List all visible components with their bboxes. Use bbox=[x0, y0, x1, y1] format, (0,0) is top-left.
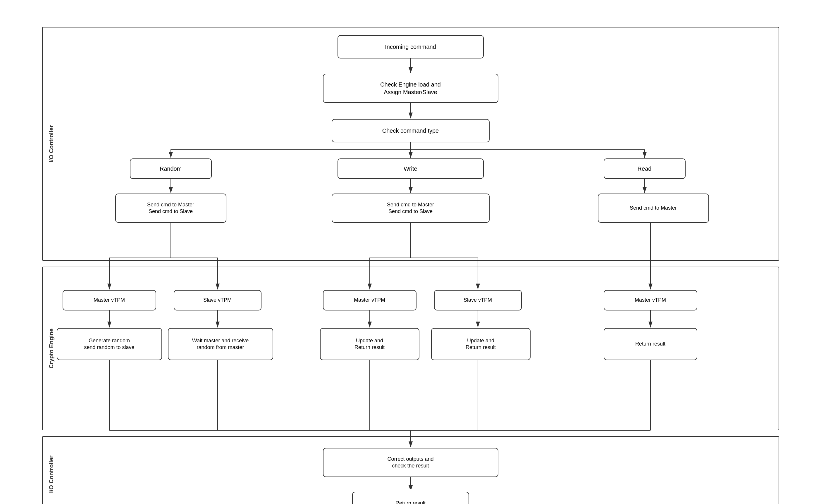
read-box: Read bbox=[604, 158, 686, 179]
slave-vtpm-random-box: Slave vTPM bbox=[174, 290, 261, 310]
generate-random-box: Generate randomsend random to slave bbox=[57, 328, 162, 360]
return-result-final-text: Return result bbox=[395, 500, 426, 504]
return-result-final-box: Return result bbox=[352, 492, 469, 504]
io-controller-bottom-label: I/O Controller bbox=[48, 455, 55, 493]
send-cmd-random-box: Send cmd to MasterSend cmd to Slave bbox=[115, 194, 226, 223]
slave-vtpm-write-box: Slave vTPM bbox=[434, 290, 522, 310]
check-cmd-type-text: Check command type bbox=[382, 127, 439, 134]
send-cmd-read-text: Send cmd to Master bbox=[630, 205, 677, 211]
return-result-read-box: Return result bbox=[604, 328, 697, 360]
send-cmd-read-box: Send cmd to Master bbox=[598, 194, 709, 223]
send-cmd-random-text: Send cmd to MasterSend cmd to Slave bbox=[147, 201, 194, 215]
read-text: Read bbox=[638, 165, 652, 172]
check-engine-text: Check Engine load andAssign Master/Slave bbox=[380, 81, 441, 96]
wait-master-box: Wait master and receiverandom from maste… bbox=[168, 328, 273, 360]
update-return-slave-text: Update andReturn result bbox=[466, 337, 496, 351]
master-vtpm-random-text: Master vTPM bbox=[94, 297, 125, 303]
update-return-master-text: Update andReturn result bbox=[354, 337, 384, 351]
update-return-master-box: Update andReturn result bbox=[320, 328, 420, 360]
incoming-command-text: Incoming command bbox=[385, 43, 436, 51]
send-cmd-write-text: Send cmd to MasterSend cmd to Slave bbox=[387, 201, 434, 215]
master-vtpm-write-box: Master vTPM bbox=[323, 290, 417, 310]
update-return-slave-box: Update andReturn result bbox=[431, 328, 531, 360]
check-engine-box: Check Engine load andAssign Master/Slave bbox=[323, 74, 499, 103]
master-vtpm-random-box: Master vTPM bbox=[63, 290, 156, 310]
master-vtpm-read-text: Master vTPM bbox=[635, 297, 666, 303]
generate-random-text: Generate randomsend random to slave bbox=[84, 337, 134, 351]
master-vtpm-read-box: Master vTPM bbox=[604, 290, 697, 310]
slave-vtpm-write-text: Slave vTPM bbox=[464, 297, 492, 303]
io-controller-top-section: I/O Controller bbox=[42, 27, 779, 261]
crypto-engine-label: Crypto Engine bbox=[48, 329, 55, 369]
random-text: Random bbox=[160, 165, 182, 172]
write-text: Write bbox=[403, 165, 417, 172]
io-controller-top-label: I/O Controller bbox=[48, 125, 55, 163]
correct-outputs-box: Correct outputs andcheck the result bbox=[323, 448, 499, 477]
master-vtpm-write-text: Master vTPM bbox=[354, 297, 385, 303]
send-cmd-write-box: Send cmd to MasterSend cmd to Slave bbox=[332, 194, 490, 223]
correct-outputs-text: Correct outputs andcheck the result bbox=[387, 456, 434, 470]
check-cmd-type-box: Check command type bbox=[332, 119, 490, 142]
slave-vtpm-random-text: Slave vTPM bbox=[203, 297, 232, 303]
return-result-read-text: Return result bbox=[635, 341, 665, 347]
incoming-command-box: Incoming command bbox=[337, 35, 484, 58]
wait-master-text: Wait master and receiverandom from maste… bbox=[192, 337, 249, 351]
diagram-wrapper: I/O Controller Crypto Engine I/O Control… bbox=[30, 15, 791, 489]
random-box: Random bbox=[130, 158, 212, 179]
write-box: Write bbox=[337, 158, 484, 179]
